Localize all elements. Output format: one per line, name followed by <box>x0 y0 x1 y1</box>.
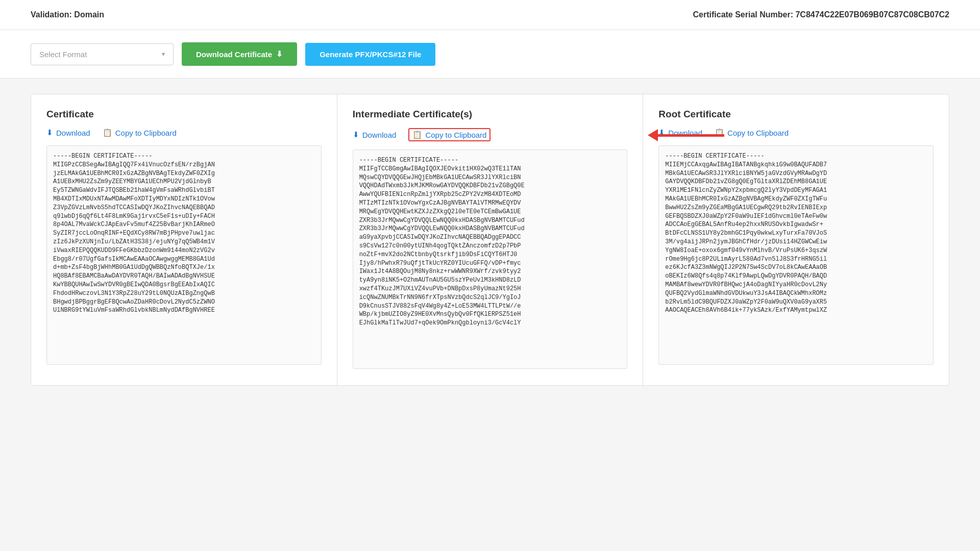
arrow-head-icon <box>648 129 658 141</box>
cert-card-title-0: Certificate <box>46 109 322 120</box>
clipboard-icon-0: 📋 <box>103 128 112 137</box>
download-icon-1: ⬇ <box>353 130 359 139</box>
cert-content-1[interactable] <box>353 149 628 369</box>
serial-info: Certificate Serial Number: 7C8474C22E07B… <box>693 10 950 19</box>
download-certificate-button[interactable]: Download Certificate ⬇ <box>182 42 297 66</box>
clipboard-icon-1: 📋 <box>412 130 422 139</box>
download-cert-label: Download Certificate <box>196 50 272 59</box>
download-link-1[interactable]: ⬇ Download <box>353 130 397 139</box>
generate-pfx-label: Generate PFX/PKCS#12 File <box>320 50 421 59</box>
cert-card-title-2: Root Certificate <box>658 109 934 120</box>
validation-label: Validation: <box>31 10 72 19</box>
arrow-line <box>658 134 724 137</box>
serial-value: 7C8474C22E07B069B07C87C08CB07C2 <box>795 10 949 19</box>
download-icon: ⬇ <box>276 49 283 59</box>
cert-actions-1: ⬇ Download📋 Copy to Clipboard <box>353 128 628 141</box>
cert-card-title-1: Intermediate Certificate(s) <box>353 109 628 120</box>
format-select-label: Select Format <box>39 50 87 59</box>
certificates-container: Certificate⬇ Download📋 Copy to Clipboard… <box>31 94 949 386</box>
arrow-indicator <box>648 129 724 141</box>
cert-content-0[interactable] <box>46 145 322 365</box>
main-content: Certificate⬇ Download📋 Copy to Clipboard… <box>0 79 980 401</box>
copy-link-2[interactable]: 📋 Copy to Clipboard <box>715 128 789 137</box>
chevron-down-icon: ▾ <box>162 51 165 58</box>
download-icon-0: ⬇ <box>46 128 53 137</box>
format-select[interactable]: Select Format ▾ <box>31 43 174 65</box>
copy-link-0[interactable]: 📋 Copy to Clipboard <box>103 128 177 137</box>
toolbar: Select Format ▾ Download Certificate ⬇ G… <box>0 30 980 79</box>
validation-value: Domain <box>74 10 104 19</box>
copy-link-1[interactable]: 📋 Copy to Clipboard <box>408 128 491 141</box>
cert-card-1: Intermediate Certificate(s)⬇ Download📋 C… <box>337 94 644 385</box>
generate-pfx-button[interactable]: Generate PFX/PKCS#12 File <box>305 43 435 66</box>
top-bar: Validation: Domain Certificate Serial Nu… <box>0 0 980 30</box>
download-link-0[interactable]: ⬇ Download <box>46 128 90 137</box>
cert-card-0: Certificate⬇ Download📋 Copy to Clipboard <box>31 94 337 385</box>
cert-actions-0: ⬇ Download📋 Copy to Clipboard <box>46 128 322 137</box>
serial-label: Certificate Serial Number: <box>693 10 794 19</box>
validation-info: Validation: Domain <box>31 10 104 19</box>
cert-content-2[interactable] <box>658 145 934 365</box>
